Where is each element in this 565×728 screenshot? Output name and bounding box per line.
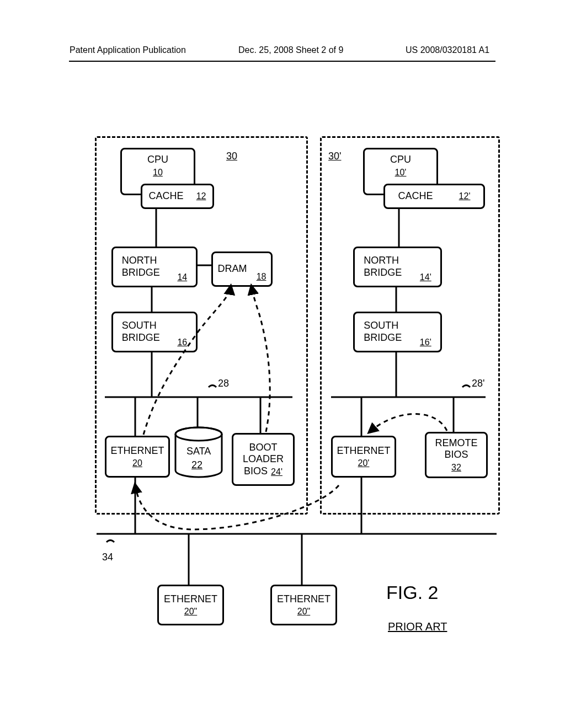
- ethernet-20p-label: ETHERNET: [337, 445, 390, 457]
- north-p-label2: BRIDGE: [364, 267, 402, 278]
- cache-box: CACHE 12: [141, 184, 214, 209]
- cache-p-ref: 12': [459, 191, 471, 201]
- north-bridge-box: NORTH BRIDGE 14: [111, 247, 198, 287]
- header-right: US 2008/0320181 A1: [406, 45, 489, 55]
- sata-label: SATA: [186, 446, 211, 457]
- north-p-box: NORTH BRIDGE 14': [353, 247, 442, 287]
- north-label1: NORTH: [122, 255, 157, 266]
- bus-28p-ref: 28': [472, 378, 484, 389]
- ethernet-net1-box: ETHERNET 20": [157, 585, 224, 625]
- remote-label1: REMOTE: [435, 437, 477, 449]
- bus-28-ref: 28: [218, 378, 229, 389]
- network-34-ref: 34: [102, 552, 113, 563]
- boot-label1: BOOT: [249, 442, 277, 454]
- cpu-ref: 10: [153, 167, 163, 178]
- patent-page: Patent Application Publication Dec. 25, …: [0, 0, 565, 728]
- boot-loader-box: BOOT LOADER BIOS 24': [232, 433, 295, 486]
- ethernet-20p-ref: 20': [358, 458, 370, 468]
- cache-p-box: CACHE 12': [383, 184, 485, 209]
- south-label2: BRIDGE: [122, 332, 160, 343]
- ethernet-net2-box: ETHERNET 20": [270, 585, 337, 625]
- south-p-label2: BRIDGE: [364, 332, 402, 343]
- south-p-box: SOUTH BRIDGE 16': [353, 312, 442, 352]
- dram-label: DRAM: [218, 263, 247, 275]
- cache-label: CACHE: [149, 190, 184, 202]
- cpu-label: CPU: [147, 154, 168, 166]
- header-left: Patent Application Publication: [70, 45, 186, 55]
- boot-ref: 24': [271, 467, 282, 478]
- cache-ref: 12: [196, 191, 206, 201]
- ethernet-20-label: ETHERNET: [110, 445, 164, 457]
- ref-30p: 30': [328, 151, 341, 162]
- ethernet-20-ref: 20: [132, 458, 142, 468]
- south-bridge-box: SOUTH BRIDGE 16: [111, 312, 198, 352]
- dram-box: DRAM 18: [211, 251, 273, 287]
- ethernet-net1-label: ETHERNET: [164, 593, 217, 606]
- ref-30: 30: [226, 151, 237, 162]
- remote-bios-box: REMOTE BIOS 32: [425, 432, 488, 478]
- remote-ref: 32: [451, 462, 461, 473]
- boot-label3: BIOS: [244, 465, 268, 478]
- ethernet-net1-ref: 20": [184, 606, 197, 617]
- ethernet-net2-label: ETHERNET: [277, 593, 331, 606]
- cpu-p-label: CPU: [390, 154, 411, 166]
- south-ref: 16: [177, 337, 187, 347]
- cpu-p-ref: 10': [395, 167, 407, 178]
- cache-p-label: CACHE: [398, 190, 433, 202]
- figure-subtitle: PRIOR ART: [388, 620, 447, 633]
- figure-title: FIG. 2: [386, 582, 438, 603]
- south-p-label1: SOUTH: [364, 320, 398, 331]
- south-label1: SOUTH: [122, 320, 157, 331]
- north-ref: 14: [177, 272, 187, 282]
- ethernet-20p-box: ETHERNET 20': [331, 436, 396, 478]
- ethernet-20-box: ETHERNET 20: [105, 436, 170, 478]
- ethernet-net2-ref: 20": [297, 606, 310, 617]
- north-p-ref: 14': [420, 272, 431, 282]
- north-p-label1: NORTH: [364, 255, 399, 266]
- boot-label2: LOADER: [243, 453, 284, 465]
- north-label2: BRIDGE: [122, 267, 160, 278]
- header-center: Dec. 25, 2008 Sheet 2 of 9: [238, 45, 343, 55]
- dram-ref: 18: [257, 271, 266, 282]
- header-rule: [69, 61, 495, 62]
- sata-ref: 22: [191, 459, 202, 471]
- remote-label2: BIOS: [444, 449, 468, 461]
- south-p-ref: 16': [420, 337, 431, 347]
